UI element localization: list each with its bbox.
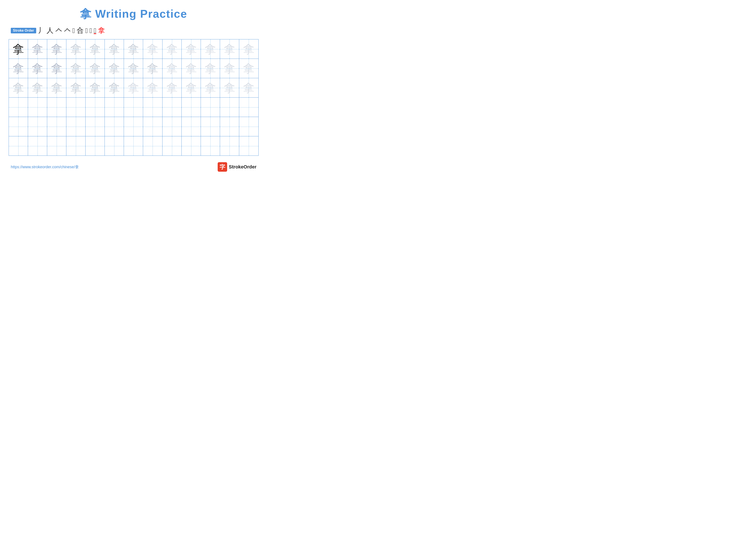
grid-cell-5-12[interactable] [220, 117, 239, 136]
grid-cell-2-7[interactable]: 拿 [124, 59, 143, 78]
grid-cell-2-3[interactable]: 拿 [47, 59, 67, 78]
grid-cell-1-11[interactable]: 拿 [201, 39, 220, 59]
grid-cell-1-9[interactable]: 拿 [162, 39, 182, 59]
grid-cell-5-5[interactable] [86, 117, 105, 136]
grid-cell-1-5[interactable]: 拿 [86, 39, 105, 59]
grid-row-6 [9, 136, 258, 156]
char-3-10: 拿 [186, 82, 197, 93]
grid-cell-6-3[interactable] [47, 136, 67, 156]
stroke-8: 𠮡 [90, 27, 92, 35]
grid-cell-1-4[interactable]: 拿 [67, 39, 86, 59]
grid-cell-1-10[interactable]: 拿 [182, 39, 201, 59]
grid-cell-4-1[interactable] [9, 98, 28, 117]
grid-cell-3-11[interactable]: 拿 [201, 78, 220, 97]
grid-cell-2-9[interactable]: 拿 [162, 59, 182, 78]
grid-cell-2-11[interactable]: 拿 [201, 59, 220, 78]
grid-cell-6-5[interactable] [86, 136, 105, 156]
grid-cell-4-11[interactable] [201, 98, 220, 117]
grid-cell-2-8[interactable]: 拿 [143, 59, 162, 78]
char-3-3: 拿 [51, 82, 62, 93]
grid-cell-4-6[interactable] [105, 98, 124, 117]
char-3-6: 拿 [109, 82, 120, 93]
grid-cell-4-9[interactable] [162, 98, 182, 117]
stroke-9: 𠮤 [94, 27, 96, 35]
footer-url[interactable]: https://www.strokeorder.com/chinese/拿 [11, 165, 79, 169]
grid-cell-5-8[interactable] [143, 117, 162, 136]
grid-cell-3-6[interactable]: 拿 [105, 78, 124, 97]
grid-cell-5-9[interactable] [162, 117, 182, 136]
grid-cell-5-10[interactable] [182, 117, 201, 136]
grid-cell-3-3[interactable]: 拿 [47, 78, 67, 97]
grid-cell-1-6[interactable]: 拿 [105, 39, 124, 59]
stroke-1: 丿 [38, 26, 45, 35]
grid-cell-1-7[interactable]: 拿 [124, 39, 143, 59]
grid-cell-4-5[interactable] [86, 98, 105, 117]
grid-cell-4-10[interactable] [182, 98, 201, 117]
grid-cell-2-2[interactable]: 拿 [28, 59, 47, 78]
grid-cell-5-3[interactable] [47, 117, 67, 136]
char-1-1: 拿 [13, 43, 24, 55]
grid-cell-4-2[interactable] [28, 98, 47, 117]
grid-cell-4-3[interactable] [47, 98, 67, 117]
stroke-5: 𠂎 [72, 27, 75, 35]
grid-cell-3-12[interactable]: 拿 [220, 78, 239, 97]
char-1-5: 拿 [90, 43, 101, 55]
grid-cell-2-1[interactable]: 拿 [9, 59, 28, 78]
char-1-7: 拿 [128, 43, 139, 55]
grid-cell-4-13[interactable] [239, 98, 258, 117]
stroke-4: 𠆢 [64, 27, 71, 35]
title-chinese-char: 拿 [80, 8, 92, 20]
grid-cell-1-12[interactable]: 拿 [220, 39, 239, 59]
grid-cell-4-4[interactable] [67, 98, 86, 117]
grid-cell-2-13[interactable]: 拿 [239, 59, 258, 78]
grid-cell-2-10[interactable]: 拿 [182, 59, 201, 78]
grid-cell-2-4[interactable]: 拿 [67, 59, 86, 78]
grid-cell-4-8[interactable] [143, 98, 162, 117]
footer: https://www.strokeorder.com/chinese/拿 字 … [9, 162, 258, 172]
grid-cell-3-7[interactable]: 拿 [124, 78, 143, 97]
grid-cell-6-13[interactable] [239, 136, 258, 156]
grid-cell-4-12[interactable] [220, 98, 239, 117]
char-1-11: 拿 [205, 43, 216, 55]
grid-cell-3-5[interactable]: 拿 [86, 78, 105, 97]
grid-cell-6-11[interactable] [201, 136, 220, 156]
char-1-9: 拿 [166, 43, 177, 55]
grid-cell-6-6[interactable] [105, 136, 124, 156]
grid-cell-5-4[interactable] [67, 117, 86, 136]
grid-cell-3-1[interactable]: 拿 [9, 78, 28, 97]
grid-cell-1-3[interactable]: 拿 [47, 39, 67, 59]
grid-cell-5-6[interactable] [105, 117, 124, 136]
grid-cell-5-1[interactable] [9, 117, 28, 136]
grid-cell-3-8[interactable]: 拿 [143, 78, 162, 97]
stroke-order-badge: Stroke Order [11, 28, 36, 33]
grid-cell-3-2[interactable]: 拿 [28, 78, 47, 97]
grid-cell-5-13[interactable] [239, 117, 258, 136]
grid-cell-3-13[interactable]: 拿 [239, 78, 258, 97]
grid-cell-1-2[interactable]: 拿 [28, 39, 47, 59]
grid-cell-1-8[interactable]: 拿 [143, 39, 162, 59]
grid-cell-6-7[interactable] [124, 136, 143, 156]
grid-cell-3-10[interactable]: 拿 [182, 78, 201, 97]
grid-cell-6-4[interactable] [67, 136, 86, 156]
stroke-2: 人 [46, 26, 53, 35]
grid-cell-1-13[interactable]: 拿 [239, 39, 258, 59]
grid-cell-2-5[interactable]: 拿 [86, 59, 105, 78]
char-1-13: 拿 [243, 43, 254, 55]
grid-cell-6-12[interactable] [220, 136, 239, 156]
grid-cell-2-12[interactable]: 拿 [220, 59, 239, 78]
grid-cell-6-1[interactable] [9, 136, 28, 156]
grid-cell-5-11[interactable] [201, 117, 220, 136]
grid-cell-3-9[interactable]: 拿 [162, 78, 182, 97]
grid-cell-6-10[interactable] [182, 136, 201, 156]
grid-cell-1-1[interactable]: 拿 [9, 39, 28, 59]
grid-cell-6-2[interactable] [28, 136, 47, 156]
grid-cell-4-7[interactable] [124, 98, 143, 117]
grid-cell-6-9[interactable] [162, 136, 182, 156]
char-2-6: 拿 [109, 63, 120, 74]
grid-cell-3-4[interactable]: 拿 [67, 78, 86, 97]
grid-cell-5-2[interactable] [28, 117, 47, 136]
stroke-6: 合 [77, 26, 84, 35]
grid-cell-6-8[interactable] [143, 136, 162, 156]
grid-cell-2-6[interactable]: 拿 [105, 59, 124, 78]
grid-cell-5-7[interactable] [124, 117, 143, 136]
